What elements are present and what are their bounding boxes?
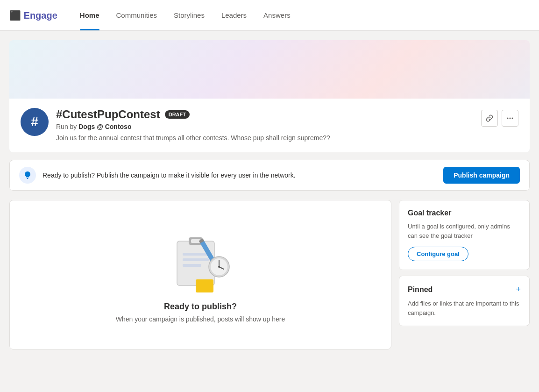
add-pinned-button[interactable]: + bbox=[516, 285, 521, 294]
svg-rect-5 bbox=[191, 239, 200, 243]
nav-storylines[interactable]: Storylines bbox=[165, 0, 213, 30]
svg-rect-17 bbox=[196, 279, 213, 292]
hero-banner: # #CutestPupContest DRAFT Run by Dogs @ … bbox=[9, 40, 530, 152]
empty-title: Ready to publish? bbox=[164, 302, 237, 312]
link-icon bbox=[486, 114, 493, 122]
campaign-title: #CutestPupContest bbox=[56, 108, 160, 121]
goal-tracker-card: Goal tracker Until a goal is configured,… bbox=[399, 200, 530, 270]
main-panel: Ready to publish? When your campaign is … bbox=[9, 200, 391, 349]
brand-name: Engage bbox=[24, 10, 57, 21]
link-button[interactable] bbox=[481, 110, 498, 127]
goal-tracker-title: Goal tracker bbox=[408, 209, 521, 217]
goal-tracker-text: Until a goal is configured, only admins … bbox=[408, 222, 521, 240]
configure-goal-button[interactable]: Configure goal bbox=[408, 247, 468, 261]
hero-actions bbox=[481, 110, 518, 127]
publish-icon bbox=[19, 167, 36, 184]
empty-subtitle: When your campaign is published, posts w… bbox=[116, 315, 285, 323]
publish-banner: Ready to publish? Publish the campaign t… bbox=[9, 160, 530, 191]
svg-point-0 bbox=[507, 118, 509, 119]
campaign-icon: # bbox=[21, 108, 49, 136]
main-content: # #CutestPupContest DRAFT Run by Dogs @ … bbox=[0, 31, 539, 359]
svg-point-1 bbox=[510, 118, 511, 119]
svg-rect-6 bbox=[183, 253, 209, 256]
svg-rect-8 bbox=[183, 264, 201, 267]
brand-logo: ⬛ Engage bbox=[9, 10, 57, 21]
pinned-card: Pinned + Add files or links that are imp… bbox=[399, 276, 530, 326]
nav-answers[interactable]: Answers bbox=[255, 0, 299, 30]
campaign-details: #CutestPupContest DRAFT Run by Dogs @ Co… bbox=[56, 108, 474, 143]
top-navigation: ⬛ Engage Home Communities Storylines Lea… bbox=[0, 0, 539, 31]
bottom-layout: Ready to publish? When your campaign is … bbox=[9, 200, 530, 349]
draft-badge: DRAFT bbox=[165, 110, 190, 119]
nav-home[interactable]: Home bbox=[71, 0, 108, 30]
publish-campaign-button[interactable]: Publish campaign bbox=[443, 167, 520, 184]
pinned-header: Pinned + bbox=[408, 285, 521, 294]
svg-point-2 bbox=[512, 118, 513, 119]
more-button[interactable] bbox=[502, 110, 518, 127]
empty-illustration bbox=[163, 227, 238, 292]
run-by: Run by Dogs @ Contoso bbox=[56, 123, 474, 130]
publish-text: Ready to publish? Publish the campaign t… bbox=[43, 171, 437, 179]
campaign-card: # #CutestPupContest DRAFT Run by Dogs @ … bbox=[9, 99, 530, 152]
lightbulb-icon bbox=[23, 171, 32, 180]
nav-communities[interactable]: Communities bbox=[108, 0, 166, 30]
brand-icon: ⬛ bbox=[9, 10, 21, 21]
campaign-title-row: #CutestPupContest DRAFT bbox=[56, 108, 474, 121]
svg-rect-7 bbox=[183, 258, 209, 261]
svg-rect-3 bbox=[177, 241, 214, 285]
pinned-title: Pinned bbox=[408, 285, 433, 294]
run-by-name: Dogs @ Contoso bbox=[78, 123, 131, 130]
nav-links: Home Communities Storylines Leaders Answ… bbox=[71, 0, 299, 30]
more-icon bbox=[506, 114, 514, 122]
right-sidebar: Goal tracker Until a goal is configured,… bbox=[399, 200, 530, 349]
campaign-description: Join us for the annual contest that trum… bbox=[56, 133, 474, 143]
pinned-text: Add files or links that are important to… bbox=[408, 299, 521, 317]
run-by-prefix: Run by bbox=[56, 123, 77, 130]
svg-point-16 bbox=[218, 266, 220, 268]
nav-leaders[interactable]: Leaders bbox=[213, 0, 255, 30]
